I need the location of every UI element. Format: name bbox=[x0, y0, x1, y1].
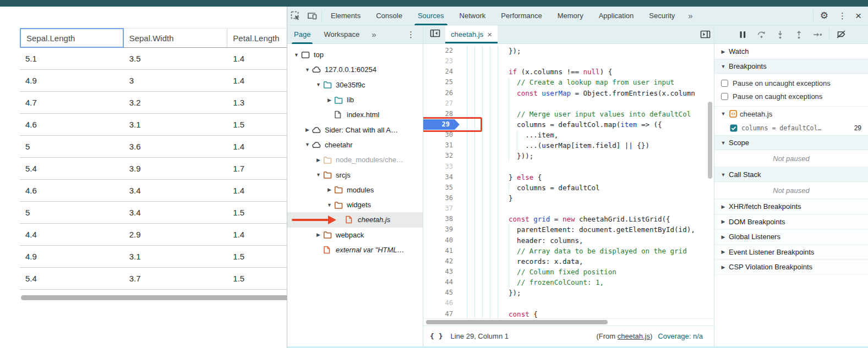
grid-cell[interactable]: 4.7 bbox=[20, 92, 124, 114]
customize-devtools-icon[interactable]: ⋮ bbox=[834, 11, 851, 21]
tree-item-sider-chat-with-all-a-[interactable]: ▶Sider: Chat with all A… bbox=[287, 122, 423, 137]
line-number[interactable]: 33 bbox=[423, 162, 460, 172]
pause-caught-exceptions-row[interactable]: Pause on caught exceptions bbox=[714, 90, 868, 103]
breakpoint-entry[interactable]: columns = defaultCol… 29 bbox=[714, 121, 868, 135]
grid-cell[interactable]: 1.5 bbox=[227, 202, 287, 224]
line-number[interactable]: 26 bbox=[423, 88, 460, 98]
grid-cell[interactable]: 1.5 bbox=[227, 246, 287, 268]
collapse-navigator-icon[interactable] bbox=[427, 25, 443, 41]
grid-cell[interactable]: 1.3 bbox=[227, 92, 287, 114]
editor-horizontal-scrollbar[interactable] bbox=[423, 318, 714, 325]
checkbox-unchecked-icon[interactable] bbox=[721, 80, 728, 87]
line-number[interactable]: 45 bbox=[423, 288, 460, 298]
tab-memory[interactable]: Memory bbox=[550, 7, 591, 25]
grid-cell[interactable]: 3.4 bbox=[124, 202, 228, 224]
tab-performance[interactable]: Performance bbox=[493, 7, 549, 25]
tree-item-node-modules-che-[interactable]: ▶node_modules/che… bbox=[287, 152, 423, 167]
grid-cell[interactable]: 4.9 bbox=[20, 246, 124, 268]
toggle-debugger-sidebar-icon[interactable] bbox=[697, 27, 713, 42]
close-devtools-icon[interactable]: × bbox=[851, 10, 868, 22]
line-number[interactable]: 38 bbox=[423, 214, 460, 224]
grid-cell[interactable]: 2.9 bbox=[124, 224, 228, 246]
chevron-down-icon[interactable]: ▼ bbox=[304, 142, 311, 147]
line-number[interactable]: 25 bbox=[423, 77, 460, 87]
grid-cell[interactable]: 1.4 bbox=[227, 48, 287, 70]
grid-scrollbar-thumb[interactable] bbox=[21, 295, 287, 300]
line-number[interactable]: 22 bbox=[423, 46, 460, 56]
grid-cell[interactable]: 5 bbox=[20, 136, 124, 158]
step-into-icon[interactable] bbox=[772, 27, 788, 42]
grid-cell[interactable]: 1.5 bbox=[227, 114, 287, 136]
more-tabs-chevron[interactable]: » bbox=[683, 11, 698, 20]
tree-item-cheetahr[interactable]: ▼cheetahr bbox=[287, 137, 423, 152]
inspect-element-icon[interactable] bbox=[287, 8, 304, 24]
grid-cell[interactable]: 3.4 bbox=[124, 180, 228, 202]
line-number[interactable]: 39 bbox=[423, 224, 460, 235]
checkbox-checked-icon[interactable] bbox=[730, 124, 738, 132]
section-scope[interactable]: ▼ Scope bbox=[714, 135, 868, 150]
tab-network[interactable]: Network bbox=[452, 7, 494, 25]
section-event-listener-breakpoints[interactable]: ▶Event Listener Breakpoints bbox=[714, 245, 868, 260]
chevron-right-icon[interactable]: ▶ bbox=[304, 127, 311, 132]
grid-cell[interactable]: 3.7 bbox=[124, 268, 228, 290]
tab-elements[interactable]: Elements bbox=[323, 7, 368, 25]
grid-cell[interactable]: 3.2 bbox=[124, 92, 228, 114]
grid-cell[interactable]: 1.7 bbox=[227, 158, 287, 180]
tree-item-srcjs[interactable]: ▼srcjs bbox=[287, 167, 423, 182]
grid-cell[interactable]: 3.5 bbox=[124, 48, 228, 70]
device-toolbar-icon[interactable] bbox=[304, 8, 320, 24]
grid-cell[interactable]: 3.1 bbox=[124, 246, 228, 268]
line-number[interactable]: 28 bbox=[423, 109, 460, 119]
step-icon[interactable] bbox=[809, 27, 826, 42]
line-number[interactable]: 32 bbox=[423, 151, 460, 161]
line-number[interactable]: 40 bbox=[423, 235, 460, 246]
chevron-right-icon[interactable]: ▶ bbox=[326, 97, 333, 103]
chevron-right-icon[interactable]: ▶ bbox=[315, 232, 322, 237]
tab-sources[interactable]: Sources bbox=[410, 7, 452, 25]
chevron-down-icon[interactable]: ▼ bbox=[293, 52, 300, 58]
settings-gear-icon[interactable]: ⚙ bbox=[815, 10, 834, 21]
grid-cell[interactable]: 1.5 bbox=[227, 268, 287, 290]
tree-item-modules[interactable]: ▶modules bbox=[287, 183, 423, 197]
breakpoint-file-group[interactable]: ▼ cheetah.js bbox=[714, 107, 868, 121]
step-out-icon[interactable] bbox=[790, 27, 807, 42]
grid-horizontal-scrollbar[interactable] bbox=[20, 295, 287, 301]
section-global-listeners[interactable]: ▶Global Listeners bbox=[714, 229, 868, 245]
pause-script-icon[interactable] bbox=[734, 27, 751, 42]
line-number[interactable]: 23 bbox=[423, 56, 460, 67]
step-over-icon[interactable] bbox=[753, 27, 769, 42]
navigator-tab-page[interactable]: Page bbox=[287, 25, 317, 44]
tab-application[interactable]: Application bbox=[591, 7, 642, 25]
line-number[interactable]: 35 bbox=[423, 183, 460, 193]
line-number[interactable]: 24 bbox=[423, 67, 460, 77]
grid-cell[interactable]: 5.4 bbox=[20, 158, 124, 180]
line-number[interactable]: 37 bbox=[423, 203, 460, 214]
grid-cell[interactable]: 5 bbox=[20, 202, 124, 224]
navigator-more-options-icon[interactable]: ⋮ bbox=[402, 30, 423, 40]
grid-cell[interactable]: 4.6 bbox=[20, 180, 124, 202]
tab-console[interactable]: Console bbox=[368, 7, 410, 25]
line-number[interactable]: 42 bbox=[423, 256, 460, 267]
tree-item-index-html[interactable]: index.html bbox=[287, 107, 423, 122]
grid-cell[interactable]: 4.6 bbox=[20, 114, 124, 136]
pretty-print-icon[interactable]: { } bbox=[430, 332, 443, 340]
editor-vertical-scrollbar-thumb[interactable] bbox=[708, 102, 712, 179]
section-watch[interactable]: ▶ Watch bbox=[714, 44, 868, 59]
deactivate-breakpoints-icon[interactable] bbox=[833, 27, 849, 42]
grid-cell[interactable]: 1.4 bbox=[227, 180, 287, 202]
tree-item-30e35f9c[interactable]: ▼30e35f9c bbox=[287, 78, 423, 92]
tree-item-external-var-html-[interactable]: external var "HTML… bbox=[287, 242, 423, 257]
section-xhr-fetch-breakpoints[interactable]: ▶XHR/fetch Breakpoints bbox=[714, 199, 868, 214]
line-number[interactable]: 41 bbox=[423, 246, 460, 256]
tree-item-top[interactable]: ▼top bbox=[287, 47, 423, 62]
grid-cell[interactable]: 5.4 bbox=[20, 268, 124, 290]
breakpoint-line-number[interactable]: 29 bbox=[423, 119, 460, 130]
grid-header-cell[interactable]: Sepal.Width bbox=[124, 28, 228, 48]
chevron-right-icon[interactable]: ▶ bbox=[315, 157, 322, 163]
chevron-down-icon[interactable]: ▼ bbox=[304, 67, 311, 73]
grid-cell[interactable]: 1.4 bbox=[227, 70, 287, 92]
grid-cell[interactable]: 1.4 bbox=[227, 224, 287, 246]
coverage-link[interactable]: Coverage: n/a bbox=[658, 332, 703, 340]
line-number[interactable]: 43 bbox=[423, 267, 460, 277]
line-number[interactable]: 47 bbox=[423, 309, 460, 318]
